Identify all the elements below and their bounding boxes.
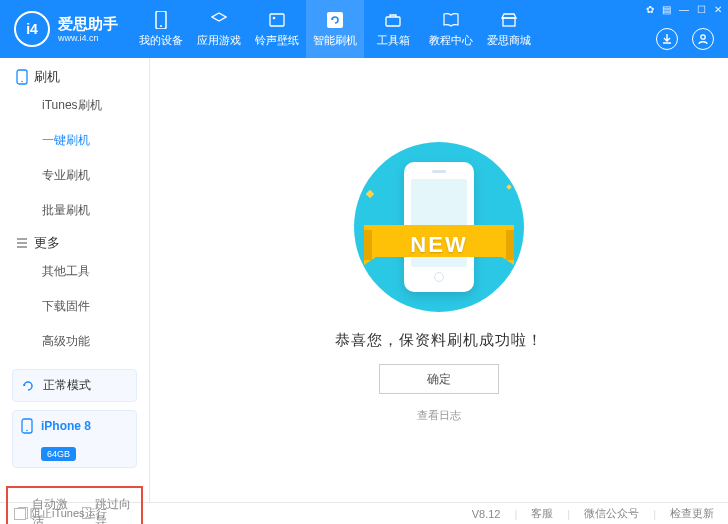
view-log-link[interactable]: 查看日志	[417, 408, 461, 423]
nav-tutorials[interactable]: 教程中心	[422, 0, 480, 58]
sidebar-item-itunes-flash[interactable]: iTunes刷机	[0, 88, 149, 123]
support-link[interactable]: 客服	[531, 506, 553, 521]
version-label: V8.12	[472, 508, 501, 520]
window-controls: ✿ ▤ — ☐ ✕	[646, 4, 722, 15]
refresh-icon	[21, 379, 35, 393]
settings-icon[interactable]: ✿	[646, 4, 654, 15]
toolbox-icon	[384, 11, 402, 29]
nav-apps-games[interactable]: 应用游戏	[190, 0, 248, 58]
app-header: i4 爱思助手 www.i4.cn 我的设备 应用游戏 铃声壁纸 智能刷机 工具…	[0, 0, 728, 58]
main-content: NEW 恭喜您，保资料刷机成功啦！ 确定 查看日志	[150, 58, 728, 502]
maximize-button[interactable]: ☐	[697, 4, 706, 15]
check-update-link[interactable]: 检查更新	[670, 506, 714, 521]
logo-subtitle: www.i4.cn	[58, 33, 118, 44]
logo-icon: i4	[14, 11, 50, 47]
confirm-button[interactable]: 确定	[379, 364, 499, 394]
logo-title: 爱思助手	[58, 15, 118, 33]
svg-rect-2	[270, 14, 284, 26]
sidebar-item-oneclick-flash[interactable]: 一键刷机	[0, 123, 149, 158]
checkbox-block-itunes[interactable]: 阻止iTunes运行	[14, 506, 107, 521]
device-status[interactable]: iPhone 8 64GB	[12, 410, 137, 468]
svg-rect-4	[327, 12, 343, 28]
sidebar: 刷机 iTunes刷机 一键刷机 专业刷机 批量刷机 更多 其他工具 下载固件 …	[0, 58, 150, 502]
sidebar-item-batch-flash[interactable]: 批量刷机	[0, 193, 149, 228]
phone-icon	[152, 11, 170, 29]
svg-rect-5	[386, 17, 400, 26]
download-button[interactable]	[656, 28, 678, 50]
svg-point-11	[26, 430, 28, 432]
refresh-icon	[326, 11, 344, 29]
nav-smart-flash[interactable]: 智能刷机	[306, 0, 364, 58]
minimize-button[interactable]: —	[679, 4, 689, 15]
nav-ringtone-wallpaper[interactable]: 铃声壁纸	[248, 0, 306, 58]
svg-point-7	[701, 35, 705, 39]
skin-icon[interactable]: ▤	[662, 4, 671, 15]
app-logo: i4 爱思助手 www.i4.cn	[0, 11, 132, 47]
menu-icon	[16, 237, 28, 249]
book-icon	[442, 11, 460, 29]
phone-icon	[16, 69, 28, 85]
nav-my-device[interactable]: 我的设备	[132, 0, 190, 58]
sidebar-item-advanced[interactable]: 高级功能	[0, 324, 149, 359]
svg-point-9	[21, 81, 23, 83]
device-name: iPhone 8	[41, 419, 91, 433]
mode-status[interactable]: 正常模式	[12, 369, 137, 402]
sidebar-item-pro-flash[interactable]: 专业刷机	[0, 158, 149, 193]
svg-point-1	[160, 25, 162, 27]
success-message: 恭喜您，保资料刷机成功啦！	[335, 331, 543, 350]
nav-toolbox[interactable]: 工具箱	[364, 0, 422, 58]
top-nav: 我的设备 应用游戏 铃声壁纸 智能刷机 工具箱 教程中心 爱思商城	[132, 0, 538, 58]
sidebar-item-other-tools[interactable]: 其他工具	[0, 254, 149, 289]
success-illustration: NEW	[329, 137, 549, 317]
sidebar-group-more: 更多	[0, 228, 149, 254]
svg-rect-6	[503, 18, 515, 26]
svg-point-3	[273, 16, 276, 19]
nav-store[interactable]: 爱思商城	[480, 0, 538, 58]
apps-icon	[210, 11, 228, 29]
sidebar-item-download-firmware[interactable]: 下载固件	[0, 289, 149, 324]
close-button[interactable]: ✕	[714, 4, 722, 15]
storage-badge: 64GB	[41, 447, 76, 461]
wechat-link[interactable]: 微信公众号	[584, 506, 639, 521]
user-button[interactable]	[692, 28, 714, 50]
sidebar-group-flash: 刷机	[0, 62, 149, 88]
phone-icon	[21, 418, 33, 434]
image-icon	[268, 11, 286, 29]
store-icon	[500, 11, 518, 29]
